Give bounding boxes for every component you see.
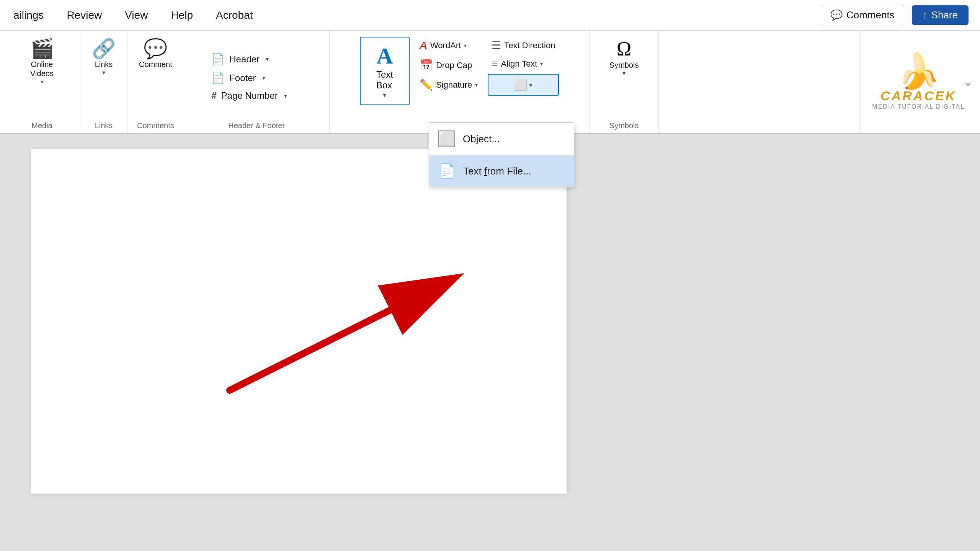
footer-button[interactable]: 📄 Footer ▾	[207, 69, 306, 86]
wordart-button[interactable]: A WordArt ▾	[416, 37, 482, 54]
symbols-group-content: Ω Symbols ▾	[606, 37, 643, 117]
drop-cap-icon: 📅	[420, 59, 433, 72]
top-bar-right: 💬 Comments ↑ Share	[821, 5, 969, 25]
comments-group-label: Comments	[137, 119, 174, 130]
symbols-icon: Ω	[617, 39, 632, 59]
online-videos-label: OnlineVideos	[30, 60, 54, 78]
align-text-arrow: ▾	[540, 61, 543, 67]
links-button[interactable]: 🔗 Links ▾	[88, 37, 119, 78]
text-group-content: A TextBox ▾ A WordArt ▾ 📅 Drop Cap ✏️ Si…	[360, 37, 559, 117]
brand-subtitle: MEDIA TUTORIAL DIGITAL	[872, 103, 965, 110]
text-box-label: TextBox	[376, 69, 393, 91]
signature-button[interactable]: ✏️ Signature ▾	[416, 76, 482, 93]
page-number-icon: #	[211, 90, 216, 101]
align-text-icon: ≡	[492, 58, 498, 70]
drop-cap-button[interactable]: 📅 Drop Cap	[416, 57, 482, 74]
text-direction-label: Text Direction	[504, 41, 555, 51]
links-group-content: 🔗 Links ▾	[88, 37, 119, 117]
online-videos-button[interactable]: 🎬 OnlineVideos ▾	[26, 37, 58, 88]
symbols-arrow: ▾	[622, 70, 626, 77]
hf-group-label: Header & Footer	[228, 119, 285, 130]
drop-cap-label: Drop Cap	[436, 60, 472, 70]
text-box-arrow: ▾	[383, 91, 386, 99]
signature-arrow: ▾	[475, 82, 478, 88]
footer-label: Footer	[229, 73, 256, 83]
ribbon-group-links: 🔗 Links ▾ Links	[80, 31, 127, 133]
signature-icon: ✏️	[420, 78, 433, 91]
ribbon-group-header-footer: 📄 Header ▾ 📄 Footer ▾ # Page Number ▾ He…	[184, 31, 330, 133]
nav-help[interactable]: Help	[169, 5, 195, 25]
links-arrow: ▾	[102, 69, 105, 76]
nav-items: ailings Review View Help Acrobat	[11, 5, 255, 25]
text-direction-button[interactable]: ☰ Text Direction	[488, 37, 559, 54]
online-videos-icon: 🎬	[30, 39, 54, 58]
page-number-button[interactable]: # Page Number ▾	[207, 88, 306, 103]
dropdown-text-from-file-label: Text from File...	[463, 165, 531, 177]
wordart-icon: A	[420, 39, 427, 52]
media-group-label: Media	[31, 119, 52, 130]
align-text-button[interactable]: ≡ Align Text ▾	[488, 55, 559, 72]
ribbon-group-symbols: Ω Symbols ▾ Symbols	[590, 31, 659, 133]
top-bar: ailings Review View Help Acrobat 💬 Comme…	[0, 0, 980, 31]
object-dropdown-menu: ⬜ Object... 📄 Text from File...	[429, 122, 574, 187]
comments-label: Comments	[846, 9, 895, 21]
dropdown-item-text-from-file[interactable]: 📄 Text from File...	[429, 155, 574, 187]
align-text-label: Align Text	[501, 59, 537, 69]
symbols-label: Symbols	[609, 60, 639, 70]
dropdown-object-label: Object...	[463, 133, 500, 145]
ribbon-group-text: A TextBox ▾ A WordArt ▾ 📅 Drop Cap ✏️ Si…	[330, 31, 590, 133]
signature-label: Signature	[436, 80, 472, 90]
footer-arrow: ▾	[262, 74, 265, 82]
ribbon: 🎬 OnlineVideos ▾ Media 🔗 Links ▾ Links 💬…	[0, 31, 980, 134]
media-group-content: 🎬 OnlineVideos ▾	[26, 37, 58, 117]
nav-review[interactable]: Review	[65, 5, 104, 25]
header-icon: 📄	[211, 53, 225, 65]
links-label: Links	[95, 60, 113, 69]
header-button[interactable]: 📄 Header ▾	[207, 51, 306, 68]
brand-banana-icon: 🍌	[897, 54, 940, 88]
links-group-label: Links	[95, 119, 113, 130]
text-box-icon: A	[376, 43, 393, 69]
text-small-buttons: A WordArt ▾ 📅 Drop Cap ✏️ Signature ▾	[416, 37, 482, 93]
brand-area: 🍌 CARACEK MEDIA TUTORIAL DIGITAL	[860, 31, 976, 133]
ribbon-collapse-chevron[interactable]: ⌄	[964, 76, 972, 88]
document-page	[31, 149, 567, 494]
header-label: Header	[229, 54, 260, 65]
footer-icon: 📄	[211, 72, 225, 84]
dropdown-item-object[interactable]: ⬜ Object...	[429, 123, 574, 155]
links-icon: 🔗	[92, 39, 116, 58]
red-arrow	[191, 256, 498, 409]
comment-button[interactable]: 💬 Comment	[135, 37, 176, 71]
page-number-arrow: ▾	[284, 92, 287, 99]
nav-acrobat[interactable]: Acrobat	[214, 5, 255, 25]
comment-icon: 💬	[830, 9, 843, 21]
online-videos-arrow: ▾	[41, 78, 44, 85]
nav-mailings[interactable]: ailings	[11, 5, 46, 25]
dropdown-text-from-file-icon: 📄	[438, 163, 456, 179]
wordart-label: WordArt	[430, 41, 461, 51]
hf-group-content: 📄 Header ▾ 📄 Footer ▾ # Page Number ▾	[207, 37, 306, 117]
comments-button[interactable]: 💬 Comments	[821, 5, 904, 25]
symbols-button[interactable]: Ω Symbols ▾	[606, 37, 643, 79]
comment-label: Comment	[139, 60, 172, 69]
share-icon: ↑	[923, 9, 928, 21]
document-area	[0, 134, 980, 551]
symbols-group-label: Symbols	[609, 119, 639, 130]
object-button-container: ☰ Text Direction ≡ Align Text ▾ ⬜ ▾	[488, 37, 559, 96]
text-box-button[interactable]: A TextBox ▾	[360, 37, 410, 105]
comment-icon: 💬	[144, 39, 167, 58]
header-arrow: ▾	[266, 55, 269, 63]
object-dropdown-button[interactable]: ⬜ ▾	[488, 74, 559, 96]
object-caret: ▾	[529, 81, 532, 89]
brand-name: CARACEK	[880, 88, 956, 103]
nav-view[interactable]: View	[123, 5, 150, 25]
comments-group-content: 💬 Comment	[135, 37, 176, 117]
page-number-label: Page Number	[221, 90, 278, 101]
dropdown-object-icon: ⬜	[438, 130, 455, 147]
wordart-arrow: ▾	[464, 42, 467, 49]
ribbon-group-comments: 💬 Comment Comments	[127, 31, 184, 133]
svg-line-1	[230, 279, 452, 390]
object-icon: ⬜	[514, 78, 528, 91]
ribbon-group-media: 🎬 OnlineVideos ▾ Media	[4, 31, 80, 133]
share-button[interactable]: ↑ Share	[912, 5, 969, 25]
